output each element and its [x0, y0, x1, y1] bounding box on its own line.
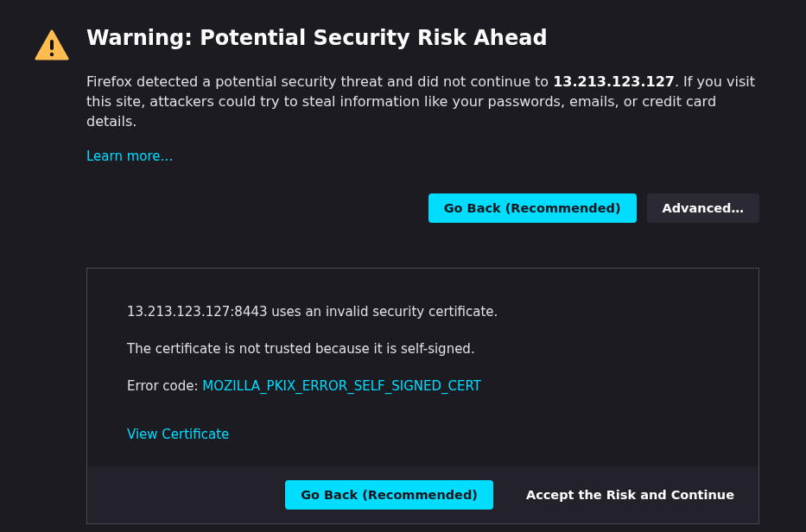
- warning-triangle-icon: [35, 29, 69, 66]
- go-back-button-footer[interactable]: Go Back (Recommended): [285, 480, 493, 510]
- description-host: 13.213.123.127: [553, 73, 675, 90]
- content-area: Warning: Potential Security Risk Ahead F…: [86, 26, 759, 524]
- warning-description: Firefox detected a potential security th…: [86, 72, 759, 132]
- advanced-button[interactable]: Advanced…: [647, 193, 759, 223]
- cert-invalid-text: 13.213.123.127:8443 uses an invalid secu…: [127, 303, 719, 321]
- go-back-button[interactable]: Go Back (Recommended): [428, 193, 637, 223]
- svg-rect-0: [50, 40, 54, 50]
- error-code-link[interactable]: MOZILLA_PKIX_ERROR_SELF_SIGNED_CERT: [202, 378, 481, 394]
- view-certificate-link[interactable]: View Certificate: [127, 427, 229, 442]
- error-code-line: Error code: MOZILLA_PKIX_ERROR_SELF_SIGN…: [127, 377, 719, 396]
- advanced-panel: 13.213.123.127:8443 uses an invalid secu…: [86, 268, 759, 524]
- primary-button-row: Go Back (Recommended) Advanced…: [86, 193, 759, 223]
- header-row: Warning: Potential Security Risk Ahead F…: [35, 26, 759, 524]
- description-prefix: Firefox detected a potential security th…: [86, 73, 553, 90]
- advanced-panel-body: 13.213.123.127:8443 uses an invalid secu…: [87, 269, 758, 466]
- svg-point-1: [50, 53, 54, 56]
- error-code-label: Error code:: [127, 378, 202, 394]
- accept-risk-button[interactable]: Accept the Risk and Continue: [526, 488, 734, 502]
- cert-reason-text: The certificate is not trusted because i…: [127, 340, 719, 358]
- security-warning-page: Warning: Potential Security Risk Ahead F…: [0, 0, 806, 532]
- advanced-panel-footer: Go Back (Recommended) Accept the Risk an…: [87, 466, 758, 523]
- learn-more-link[interactable]: Learn more…: [86, 149, 174, 164]
- page-title: Warning: Potential Security Risk Ahead: [86, 26, 759, 51]
